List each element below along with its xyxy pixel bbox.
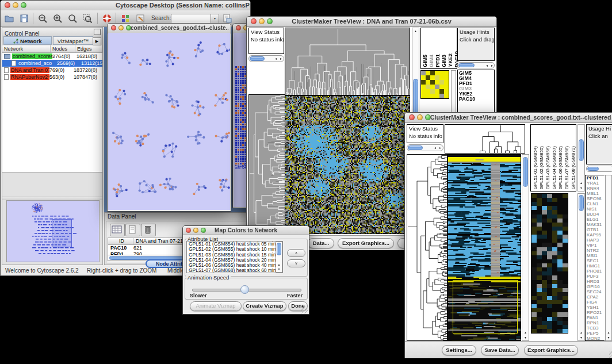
scroll-thumb[interactable] [579, 195, 584, 211]
gene-label[interactable]: NTR2 [587, 248, 605, 253]
gene-vscrollbar[interactable]: ▴ ▾ [605, 175, 612, 341]
gene-label[interactable]: MON2 [587, 336, 605, 341]
column-label[interactable]: GPL51-07 (GSM868) [564, 146, 570, 190]
column-dendrogram-panel[interactable] [285, 28, 410, 95]
heatmap-canvas[interactable] [448, 155, 521, 340]
gene-label[interactable]: PHO81 [587, 269, 605, 274]
column-label[interactable]: PFD1 [435, 54, 441, 67]
gene-label[interactable]: PEP5 [587, 331, 605, 336]
gene-label[interactable]: MSI1 [587, 253, 605, 258]
row-dendrogram-panel[interactable] [407, 154, 447, 341]
column-dendrogram-canvas[interactable] [445, 125, 525, 153]
attribute-list-item[interactable]: GPL51-07 (GSM868) heat shock 60 min [189, 268, 282, 273]
tab-network[interactable]: Network [3, 36, 52, 45]
gene-label[interactable]: YRA1 [587, 181, 605, 186]
usage-scrollbar[interactable]: ◂ ▸ [457, 62, 495, 68]
network-list-row[interactable]: combined_scores 2764(0) 16218(0) [2, 53, 102, 60]
column-dendrogram-canvas[interactable] [285, 28, 410, 95]
heatmap-panel[interactable] [285, 95, 410, 234]
view-status-scrollbar[interactable]: ◂ ▸ [248, 55, 284, 62]
gene-label[interactable]: TCB3 [587, 325, 605, 331]
scroll-down-icon[interactable]: ▾ [276, 267, 282, 271]
scroll-up-icon[interactable]: ▴ [522, 330, 529, 335]
scroll-left-icon[interactable]: ◂ [434, 145, 436, 151]
scroll-thumb[interactable] [408, 145, 423, 150]
move-down-button[interactable]: ∨ [287, 259, 305, 267]
network-list-row[interactable]: combined_sco 2569(6) 13112(15) [2, 60, 102, 67]
column-label[interactable]: GPL51-06 (GSM865) [557, 146, 564, 190]
scroll-up-icon[interactable]: ▴ [578, 181, 584, 185]
speed-slider-thumb[interactable] [240, 285, 249, 294]
gene-label[interactable]: SPC98 [587, 196, 605, 201]
column-label[interactable]: GPL51-02 (GSM855) [538, 146, 545, 190]
zoom-vscrollbar[interactable]: ▴ ▾ [577, 193, 585, 341]
column-label[interactable]: GPL51-08 (GSM872) [570, 146, 576, 190]
resize-grip[interactable] [301, 306, 308, 313]
usage-scrollbar[interactable] [586, 166, 612, 172]
float-panel-icon[interactable] [94, 29, 101, 35]
column-label[interactable]: GIM4 [429, 55, 434, 67]
column-dendrogram-panel[interactable] [445, 124, 525, 154]
gene-label[interactable]: NIS1 [587, 206, 605, 212]
heatmap-panel[interactable] [447, 154, 521, 341]
network-list-row[interactable]: RNAPuberNov2+I 563(0) 107847(0) [2, 74, 102, 81]
network-view-canvas[interactable] [108, 33, 230, 210]
zoom-fit-icon[interactable] [67, 13, 78, 24]
column-label[interactable]: GIM5 [422, 55, 428, 67]
scroll-thumb[interactable] [458, 63, 475, 67]
gene-label[interactable]: FIG4 [587, 300, 605, 305]
list-vscrollbar[interactable]: ▴ ▾ [276, 242, 282, 273]
gene-label[interactable]: HAP3 [587, 237, 605, 243]
save-data-button[interactable]: Data... [308, 238, 334, 248]
gene-label[interactable]: SEC24 [587, 289, 605, 294]
save-icon[interactable] [19, 13, 29, 24]
column-id[interactable]: ID [108, 238, 133, 244]
save-data-button[interactable]: Save Data... [481, 345, 519, 355]
annotation-icon[interactable] [135, 13, 146, 24]
view-status-scrollbar[interactable]: ◂ ▸ [407, 144, 443, 151]
gene-label[interactable]: CPA2 [587, 294, 605, 300]
row-label[interactable]: PAC10 [459, 97, 494, 102]
close-icon[interactable] [409, 114, 415, 120]
dialog-title-bar[interactable]: Map Colors to Network [183, 226, 309, 235]
gene-label[interactable]: GTB1 [587, 227, 605, 232]
zoom-out-icon[interactable] [37, 13, 48, 24]
scroll-thumb[interactable] [250, 56, 265, 61]
scroll-right-icon[interactable]: ▸ [280, 56, 282, 62]
zoom-heatmap-panel[interactable] [531, 193, 568, 334]
tab-overflow-button[interactable]: ▶ [93, 37, 101, 45]
row-dendrogram-canvas[interactable] [407, 155, 447, 340]
scroll-thumb[interactable] [277, 243, 281, 255]
gene-label[interactable]: SEC1 [587, 258, 605, 263]
network-list-header[interactable]: Network Nodes Edges [2, 45, 102, 53]
column-label[interactable]: GIM3 [441, 55, 447, 67]
scroll-left-icon[interactable]: ◂ [486, 63, 488, 68]
scroll-right-icon[interactable]: ▸ [439, 145, 441, 151]
minimize-icon[interactable] [118, 25, 124, 30]
heatmap-vscrollbar[interactable]: ▴ ▾ [522, 154, 529, 341]
node-attributes-icon[interactable] [120, 13, 131, 24]
column-label[interactable]: GPL51-03 (GSM856) [545, 146, 551, 190]
export-graphics-button[interactable]: Export Graphics... [524, 345, 578, 355]
close-icon[interactable] [236, 25, 241, 30]
scroll-left-icon[interactable]: ◂ [275, 56, 277, 62]
scroll-down-icon[interactable]: ▾ [578, 186, 584, 190]
label-vscrollbar[interactable]: ▴ ▾ [577, 124, 585, 191]
gene-label[interactable]: HRD3 [587, 279, 605, 284]
settings-button[interactable]: Settings... [442, 345, 476, 355]
birdseye-canvas[interactable] [7, 201, 98, 260]
scroll-thumb[interactable] [523, 157, 528, 187]
import-table-icon[interactable] [221, 13, 232, 24]
column-nodes[interactable]: Nodes [51, 45, 75, 52]
scroll-thumb[interactable] [579, 139, 584, 161]
row-dendrogram-panel[interactable] [248, 94, 285, 234]
scroll-up-icon[interactable]: ▴ [578, 330, 584, 335]
attribute-select-icon[interactable] [110, 224, 125, 236]
move-up-button[interactable]: ∧ [287, 249, 305, 257]
close-icon[interactable] [5, 2, 10, 8]
resize-grip[interactable] [609, 351, 612, 358]
minimize-icon[interactable] [417, 114, 423, 120]
scroll-right-icon[interactable]: ▸ [491, 63, 493, 68]
gene-label[interactable]: RPN1 [587, 320, 605, 325]
network-window-title-bar[interactable]: combined_scores_good.txt--cluste... [108, 24, 231, 33]
